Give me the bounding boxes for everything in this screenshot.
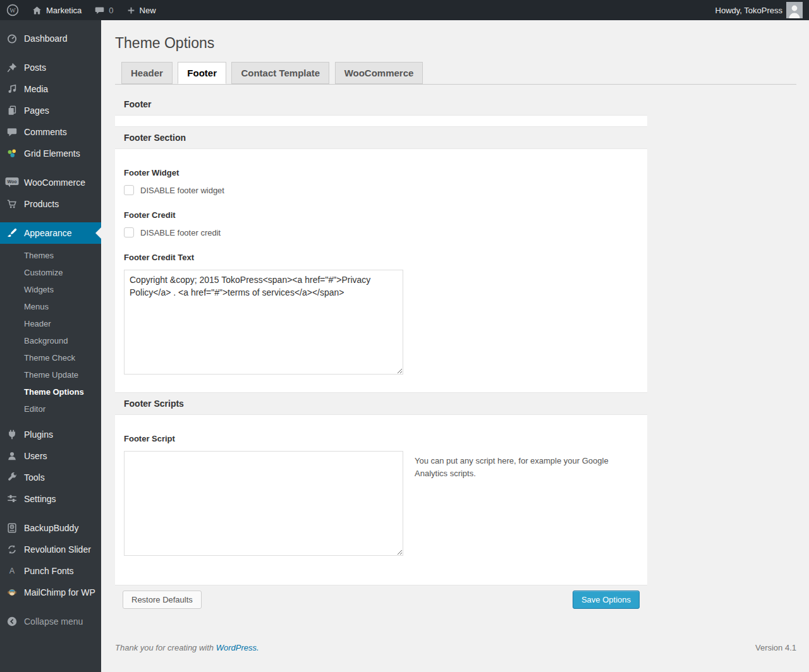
color-cluster-icon bbox=[0, 148, 24, 159]
sidebar-item-punch-fonts[interactable]: A Punch Fonts bbox=[0, 560, 101, 582]
submenu-item-header[interactable]: Header bbox=[0, 315, 101, 332]
pushpin-icon bbox=[0, 62, 24, 73]
tab-bar: Header Footer Contact Template WooCommer… bbox=[115, 61, 796, 85]
comments-shortcut[interactable]: 0 bbox=[88, 0, 119, 20]
sidebar-item-dashboard[interactable]: Dashboard bbox=[0, 28, 101, 49]
sidebar-item-products[interactable]: Products bbox=[0, 193, 101, 215]
sidebar-item-label: Pages bbox=[24, 105, 49, 116]
site-name-link[interactable]: Marketica bbox=[25, 0, 88, 20]
sidebar-item-label: Posts bbox=[24, 63, 46, 73]
save-options-button[interactable]: Save Options bbox=[573, 591, 640, 609]
footer-credit-label: Footer Credit bbox=[124, 210, 638, 220]
footer-scripts-header: Footer Scripts bbox=[115, 392, 647, 415]
sidebar-item-label: WooCommerce bbox=[24, 177, 85, 188]
panel-action-bar: Restore Defaults Save Options bbox=[115, 585, 647, 614]
sidebar-item-label: MailChimp for WP bbox=[24, 587, 95, 597]
svg-text:Woo: Woo bbox=[7, 179, 16, 184]
menu-separator bbox=[0, 215, 101, 222]
my-account-menu[interactable]: Howdy, TokoPress bbox=[709, 0, 809, 20]
disable-footer-credit-checkbox[interactable] bbox=[124, 227, 134, 237]
woo-badge-icon: Woo bbox=[0, 177, 24, 188]
footer-credit-text-label: Footer Credit Text bbox=[124, 253, 638, 262]
tab-contact-template[interactable]: Contact Template bbox=[231, 62, 329, 84]
checkbox-label: DISABLE footer credit bbox=[140, 228, 221, 237]
plug-icon bbox=[0, 429, 24, 440]
footer-section-header: Footer Section bbox=[115, 126, 647, 149]
disable-footer-widget-checkbox[interactable] bbox=[124, 185, 134, 195]
tab-footer[interactable]: Footer bbox=[178, 62, 226, 84]
wordpress-logo-icon: W bbox=[6, 4, 19, 16]
sidebar-item-users[interactable]: Users bbox=[0, 445, 101, 467]
submenu-item-widgets[interactable]: Widgets bbox=[0, 281, 101, 298]
submenu-item-theme-check[interactable]: Theme Check bbox=[0, 349, 101, 366]
music-note-icon bbox=[0, 83, 24, 95]
tab-woocommerce[interactable]: WooCommerce bbox=[335, 62, 423, 84]
sidebar-item-collapse-menu[interactable]: Collapse menu bbox=[0, 611, 101, 632]
footer-widget-checkbox-row[interactable]: DISABLE footer widget bbox=[124, 185, 638, 195]
submenu-item-theme-update[interactable]: Theme Update bbox=[0, 366, 101, 383]
sidebar-item-appearance[interactable]: Appearance bbox=[0, 222, 101, 244]
circular-arrows-icon bbox=[0, 544, 24, 555]
sidebar-item-backupbuddy[interactable]: BackupBuddy bbox=[0, 517, 101, 539]
sidebar-item-woocommerce[interactable]: Woo WooCommerce bbox=[0, 172, 101, 193]
footer-thanks-text: Thank you for creating with bbox=[115, 643, 214, 652]
new-content-menu[interactable]: New bbox=[120, 0, 162, 20]
plus-icon bbox=[126, 6, 136, 15]
speech-bubble-icon bbox=[0, 126, 24, 138]
sidebar-item-pages[interactable]: Pages bbox=[0, 100, 101, 121]
sidebar-item-mailchimp[interactable]: MailChimp for WP bbox=[0, 582, 101, 603]
admin-sidebar: Dashboard Posts Media Pages Comments Gri… bbox=[0, 20, 101, 672]
footer-script-textarea[interactable] bbox=[124, 451, 403, 556]
tab-header[interactable]: Header bbox=[121, 62, 173, 84]
restore-defaults-button[interactable]: Restore Defaults bbox=[123, 591, 202, 609]
sidebar-item-label: Appearance bbox=[24, 228, 72, 238]
svg-text:A: A bbox=[9, 567, 15, 575]
footer-credit-checkbox-row[interactable]: DISABLE footer credit bbox=[124, 227, 638, 237]
footer-widget-label: Footer Widget bbox=[124, 168, 638, 177]
cart-icon bbox=[0, 198, 24, 210]
paintbrush-icon bbox=[0, 227, 24, 239]
sidebar-item-label: Collapse menu bbox=[24, 616, 83, 627]
footer-script-help-text: You can put any script here, for example… bbox=[415, 451, 611, 480]
sidebar-item-comments[interactable]: Comments bbox=[0, 121, 101, 143]
sidebar-item-label: Settings bbox=[24, 494, 56, 504]
menu-separator bbox=[0, 164, 101, 172]
sidebar-item-label: Punch Fonts bbox=[24, 566, 74, 576]
submenu-item-customize[interactable]: Customize bbox=[0, 264, 101, 281]
sidebar-item-revolution-slider[interactable]: Revolution Slider bbox=[0, 539, 101, 560]
sidebar-item-tools[interactable]: Tools bbox=[0, 467, 101, 488]
sidebar-item-label: Media bbox=[24, 84, 48, 94]
submenu-item-themes[interactable]: Themes bbox=[0, 247, 101, 264]
comment-bubble-icon bbox=[94, 5, 105, 16]
dashboard-gauge-icon bbox=[0, 33, 24, 44]
panel-spacer bbox=[115, 116, 647, 126]
version-text: Version 4.1 bbox=[755, 643, 796, 652]
sidebar-item-settings[interactable]: Settings bbox=[0, 488, 101, 510]
site-name: Marketica bbox=[46, 6, 82, 15]
person-icon bbox=[0, 450, 24, 462]
sidebar-item-label: Tools bbox=[24, 472, 45, 483]
checkbox-label: DISABLE footer widget bbox=[140, 186, 224, 195]
wrench-icon bbox=[0, 472, 24, 483]
sidebar-item-label: Products bbox=[24, 199, 59, 209]
submenu-item-background[interactable]: Background bbox=[0, 332, 101, 349]
menu-separator bbox=[0, 49, 101, 57]
sidebar-item-media[interactable]: Media bbox=[0, 78, 101, 100]
avatar bbox=[786, 2, 803, 18]
wordpress-link[interactable]: WordPress. bbox=[216, 643, 259, 652]
sidebar-item-posts[interactable]: Posts bbox=[0, 57, 101, 78]
comment-count: 0 bbox=[109, 6, 113, 15]
new-label: New bbox=[140, 6, 156, 15]
submenu-item-theme-options[interactable]: Theme Options bbox=[0, 383, 101, 400]
sidebar-item-plugins[interactable]: Plugins bbox=[0, 424, 101, 445]
monkey-icon bbox=[0, 587, 24, 598]
letter-a-icon: A bbox=[0, 565, 24, 577]
wordpress-logo-menu[interactable]: W bbox=[0, 0, 25, 20]
home-icon bbox=[32, 5, 42, 16]
footer-credit-text-textarea[interactable]: Copyright &copy; 2015 TokoPress<span><a … bbox=[124, 270, 403, 375]
theme-options-panel: Footer Footer Section Footer Widget DISA… bbox=[115, 93, 647, 614]
submenu-item-editor[interactable]: Editor bbox=[0, 400, 101, 417]
sidebar-item-grid-elements[interactable]: Grid Elements bbox=[0, 143, 101, 164]
submenu-item-menus[interactable]: Menus bbox=[0, 298, 101, 315]
page-title: Theme Options bbox=[115, 35, 796, 52]
